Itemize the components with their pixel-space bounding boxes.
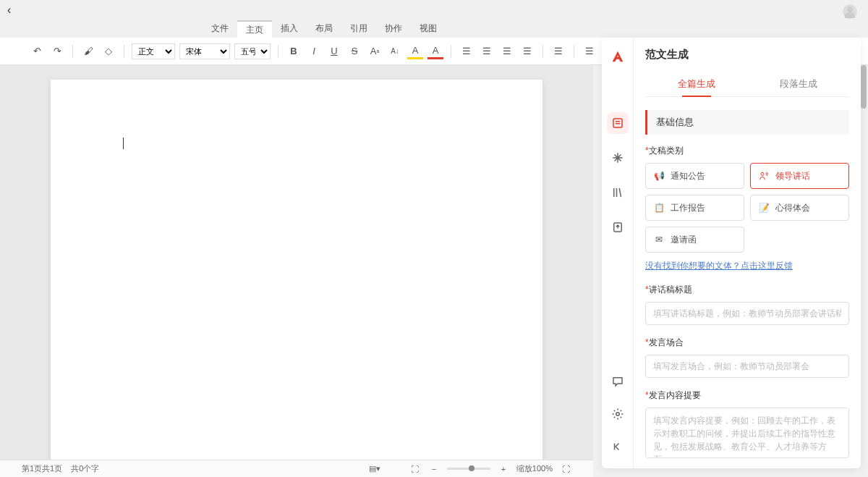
menu-home[interactable]: 主页 [237, 20, 272, 38]
text-cursor [123, 138, 124, 149]
clipboard-icon: 📋 [653, 202, 665, 214]
ai-tab-library-icon[interactable] [607, 182, 629, 203]
doc-type-label: *文稿类别 [645, 145, 849, 157]
back-button[interactable]: ‹ [7, 4, 11, 17]
bullet-list-button[interactable]: ☰ [459, 43, 475, 59]
megaphone-icon: 📢 [653, 170, 665, 182]
highlight-button[interactable]: A [407, 43, 423, 59]
note-icon: 📝 [758, 202, 770, 214]
type-invitation[interactable]: ✉ 邀请函 [645, 227, 744, 253]
menu-reference[interactable]: 引用 [341, 20, 376, 38]
ai-chat-icon[interactable] [607, 371, 629, 392]
svg-point-5 [761, 172, 764, 175]
ai-content: 范文生成 全篇生成 段落生成 基础信息 *文稿类别 📢 通知公告 领导讲话 📋 … [634, 38, 861, 468]
ai-tab-paragraph[interactable]: 段落生成 [747, 72, 849, 96]
scrollbar-thumb[interactable] [861, 65, 867, 109]
summary-field-label: *发言内容提要 [645, 389, 849, 402]
undo-button[interactable]: ↶ [29, 43, 45, 59]
occasion-field-label: *发言场合 [645, 337, 849, 349]
speech-title-input[interactable] [645, 302, 849, 325]
title-bar: ‹ [0, 0, 868, 20]
format-painter-button[interactable]: 🖌 [80, 43, 96, 59]
section-basic-info: 基础信息 [645, 110, 849, 135]
word-count: 共0个字 [71, 463, 99, 474]
ai-settings-icon[interactable] [607, 403, 629, 425]
zoom-out-button[interactable]: − [428, 463, 440, 475]
document-page[interactable] [51, 80, 542, 460]
menu-layout[interactable]: 布局 [307, 20, 341, 38]
fit-width-icon[interactable]: ⛶ [409, 463, 421, 475]
underline-button[interactable]: U [326, 43, 342, 59]
doc-type-grid: 📢 通知公告 领导讲话 📋 工作报告 📝 心得体会 ✉ 邀请函 [645, 163, 849, 253]
zoom-in-button[interactable]: + [498, 463, 509, 475]
number-list-button[interactable]: ☰ [479, 43, 495, 59]
size-select[interactable]: 五号 [234, 43, 271, 59]
feedback-link[interactable]: 没有找到你想要的文体？点击这里反馈 [645, 260, 849, 272]
document-area[interactable] [0, 65, 593, 460]
italic-button[interactable]: I [306, 43, 322, 59]
ai-tab-template-icon[interactable] [607, 112, 629, 134]
page-indicator: 第1页共1页 [22, 463, 62, 474]
indent-decrease-button[interactable]: ☰ [499, 43, 515, 59]
menu-file[interactable]: 文件 [203, 20, 237, 38]
status-bar: 第1页共1页 共0个字 ▤▾ ⛶ − + 缩放100% ⛶ [0, 460, 593, 477]
bold-button[interactable]: B [286, 43, 302, 59]
menu-insert[interactable]: 插入 [272, 20, 307, 38]
menu-collab[interactable]: 协作 [376, 20, 411, 38]
scrollbar-track[interactable] [861, 65, 867, 460]
indent-increase-button[interactable]: ☰ [519, 43, 535, 59]
ai-tab-export-icon[interactable] [607, 216, 629, 238]
type-report[interactable]: 📋 工作报告 [645, 195, 744, 221]
clear-format-button[interactable]: ◇ [101, 43, 116, 59]
line-spacing-button[interactable]: ☰ [582, 43, 597, 59]
ai-collapse-icon[interactable] [607, 436, 629, 457]
envelope-icon: ✉ [653, 234, 665, 245]
ai-panel-title: 范文生成 [645, 48, 849, 62]
zoom-slider[interactable] [447, 468, 490, 470]
redo-button[interactable]: ↷ [49, 43, 65, 59]
occasion-input[interactable] [645, 355, 849, 378]
person-speak-icon [758, 170, 770, 182]
svg-point-4 [616, 413, 619, 416]
type-reflection[interactable]: 📝 心得体会 [750, 195, 849, 221]
ai-tab-tools-icon[interactable] [607, 147, 629, 169]
superscript-button[interactable]: Aa [367, 43, 383, 59]
style-select[interactable]: 正文 [132, 43, 175, 59]
ai-tabs: 全篇生成 段落生成 [645, 72, 849, 97]
font-select[interactable]: 宋体 [179, 43, 230, 59]
view-mode-icon[interactable]: ▤▾ [369, 463, 380, 475]
font-size-button[interactable]: A↓ [387, 43, 403, 59]
ai-logo-icon [610, 48, 626, 64]
ai-panel: 范文生成 全篇生成 段落生成 基础信息 *文稿类别 📢 通知公告 领导讲话 📋 … [602, 38, 861, 468]
type-speech[interactable]: 领导讲话 [750, 163, 849, 189]
type-notice[interactable]: 📢 通知公告 [645, 163, 744, 189]
title-field-label: *讲话稿标题 [645, 284, 849, 296]
paragraph-button[interactable]: ☰ [550, 43, 566, 59]
user-avatar[interactable] [843, 4, 857, 19]
ai-tab-full[interactable]: 全篇生成 [645, 72, 747, 96]
strikethrough-button[interactable]: S [346, 43, 362, 59]
zoom-label: 缩放100% [516, 463, 553, 474]
summary-input[interactable] [645, 408, 849, 458]
fullscreen-icon[interactable]: ⛶ [560, 463, 571, 475]
font-color-button[interactable]: A [427, 43, 443, 59]
menu-view[interactable]: 视图 [411, 20, 446, 38]
ai-sidebar [602, 38, 634, 468]
menu-bar: 文件 主页 插入 布局 引用 协作 视图 [0, 20, 868, 38]
